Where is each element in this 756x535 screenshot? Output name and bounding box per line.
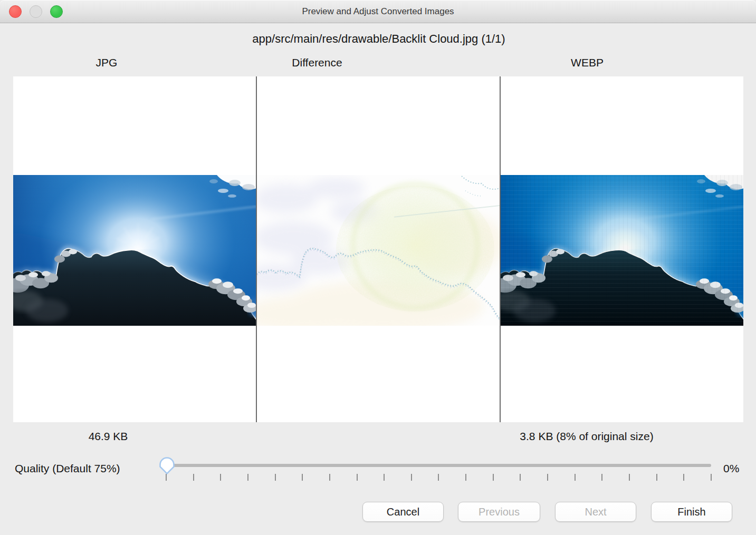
column-label-webp: WEBP bbox=[571, 56, 604, 69]
finish-button[interactable]: Finish bbox=[651, 502, 732, 522]
difference-preview-image bbox=[257, 175, 500, 326]
previous-button[interactable]: Previous bbox=[458, 502, 540, 522]
column-label-difference: Difference bbox=[292, 56, 342, 69]
quality-slider-thumb[interactable] bbox=[158, 457, 176, 475]
webp-size-label: 3.8 KB (8% of original size) bbox=[520, 430, 653, 443]
jpg-panel bbox=[13, 76, 256, 422]
webp-panel bbox=[500, 76, 743, 422]
jpg-preview-image bbox=[13, 175, 256, 326]
dialog-window: Preview and Adjust Converted Images app/… bbox=[0, 0, 756, 535]
cancel-button[interactable]: Cancel bbox=[362, 502, 444, 522]
file-path-label: app/src/main/res/drawable/Backlit Cloud.… bbox=[252, 32, 505, 46]
quality-slider-label: Quality (Default 75%) bbox=[15, 462, 120, 475]
quality-slider-track[interactable] bbox=[167, 464, 711, 467]
quality-slider-ticks bbox=[166, 474, 713, 481]
jpg-size-label: 46.9 KB bbox=[89, 430, 128, 443]
quality-value-label: 0% bbox=[723, 462, 739, 475]
difference-panel bbox=[256, 76, 500, 422]
next-button[interactable]: Next bbox=[555, 502, 636, 522]
webp-preview-image bbox=[501, 175, 743, 326]
titlebar: Preview and Adjust Converted Images bbox=[0, 0, 756, 23]
preview-strip bbox=[13, 76, 743, 422]
column-label-jpg: JPG bbox=[96, 56, 118, 69]
window-title: Preview and Adjust Converted Images bbox=[0, 0, 756, 23]
